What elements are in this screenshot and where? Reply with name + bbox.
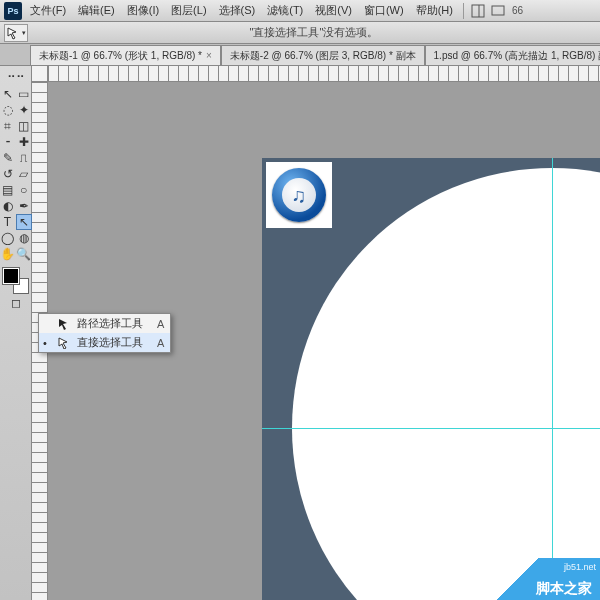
foreground-color-swatch[interactable] — [3, 268, 19, 284]
stamp-tool[interactable]: ⎍ — [16, 150, 32, 166]
flyout-dot: • — [43, 337, 51, 349]
zoom-text: 66 — [512, 5, 523, 16]
guide-horizontal[interactable] — [262, 428, 600, 429]
move-tool[interactable]: ↖ — [0, 86, 16, 102]
document-tab[interactable]: 1.psd @ 66.7% (高光描边 1, RGB/8) 副本 — [425, 45, 600, 65]
itunes-layer: ♫ — [266, 162, 332, 228]
type-tool[interactable]: T — [0, 214, 16, 230]
flyout-item-path-select[interactable]: 路径选择工具 A — [39, 314, 170, 333]
guide-vertical[interactable] — [552, 158, 553, 600]
ruler-horizontal[interactable] — [48, 66, 600, 82]
close-icon[interactable]: × — [206, 50, 212, 61]
menu-filter[interactable]: 滤镜(T) — [263, 1, 307, 20]
menu-layer[interactable]: 图层(L) — [167, 1, 210, 20]
menu-view[interactable]: 视图(V) — [311, 1, 356, 20]
pen-tool[interactable]: ✒ — [16, 198, 32, 214]
flyout-label: 直接选择工具 — [77, 335, 143, 350]
marquee-tool[interactable]: ▭ — [16, 86, 32, 102]
watermark-text: 脚本之家 — [536, 580, 592, 598]
flyout-label: 路径选择工具 — [77, 316, 143, 331]
menu-file[interactable]: 文件(F) — [26, 1, 70, 20]
history-brush-tool[interactable]: ↺ — [0, 166, 16, 182]
screenmode-icon[interactable] — [490, 3, 506, 19]
menu-select[interactable]: 选择(S) — [215, 1, 260, 20]
app-logo: Ps — [4, 2, 22, 20]
svg-rect-0 — [472, 5, 484, 17]
dodge-tool[interactable]: ◐ — [0, 198, 16, 214]
slice-tool[interactable]: ◫ — [16, 118, 32, 134]
options-bar: ▾ "直接选择工具"没有选项。 — [0, 22, 600, 44]
menu-image[interactable]: 图像(I) — [123, 1, 163, 20]
shape-tool[interactable]: ◯ — [0, 230, 16, 246]
document-tab-label: 未标题-2 @ 66.7% (图层 3, RGB/8) * 副本 — [230, 49, 416, 63]
toolbox-handle[interactable]: ⠒⠒ — [1, 68, 31, 86]
music-circle-icon: ♫ — [272, 168, 326, 222]
arrow-white-icon — [57, 336, 71, 350]
flyout-item-direct-select[interactable]: • 直接选择工具 A — [39, 333, 170, 352]
menu-bar: Ps 文件(F) 编辑(E) 图像(I) 图层(L) 选择(S) 滤镜(T) 视… — [0, 0, 600, 22]
hand-tool[interactable]: ✋ — [0, 246, 16, 262]
shape-circle — [292, 168, 600, 600]
eraser-tool[interactable]: ▱ — [16, 166, 32, 182]
lasso-tool[interactable]: ◌ — [0, 102, 16, 118]
artboard: ♫ — [262, 158, 600, 600]
3d-tool[interactable]: ◍ — [16, 230, 32, 246]
current-tool-indicator[interactable]: ▾ — [4, 24, 28, 42]
heal-tool[interactable]: ✚ — [16, 134, 32, 150]
options-message: "直接选择工具"没有选项。 — [32, 25, 596, 40]
separator — [463, 3, 464, 19]
wand-tool[interactable]: ✦ — [16, 102, 32, 118]
toolbox: ⠒⠒ ↖▭ ◌✦ ⌗◫ ⁃✚ ✎⎍ ↺▱ ▤○ ◐✒ T↖ ◯◍ ✋🔍 ◻ — [0, 66, 32, 600]
crop-tool[interactable]: ⌗ — [0, 118, 16, 134]
svg-rect-2 — [492, 6, 504, 15]
arrow-black-icon — [57, 317, 71, 331]
document-tab[interactable]: 未标题-2 @ 66.7% (图层 3, RGB/8) * 副本 — [221, 45, 425, 65]
flyout-shortcut: A — [157, 318, 164, 330]
ruler-corner — [32, 66, 48, 82]
gradient-tool[interactable]: ▤ — [0, 182, 16, 198]
menu-edit[interactable]: 编辑(E) — [74, 1, 119, 20]
document-tab-label: 未标题-1 @ 66.7% (形状 1, RGB/8) * — [39, 49, 202, 63]
document-tab[interactable]: 未标题-1 @ 66.7% (形状 1, RGB/8) * × — [30, 45, 221, 65]
watermark: jb51.net 脚本之家 — [470, 558, 600, 600]
blur-tool[interactable]: ○ — [16, 182, 32, 198]
watermark-url: jb51.net — [564, 562, 596, 572]
layout-icon[interactable] — [470, 3, 486, 19]
eyedropper-tool[interactable]: ⁃ — [0, 134, 16, 150]
path-select-tool[interactable]: ↖ — [16, 214, 32, 230]
tool-flyout: 路径选择工具 A • 直接选择工具 A — [38, 313, 171, 353]
quickmask-toggle[interactable]: ◻ — [1, 294, 31, 312]
flyout-shortcut: A — [157, 337, 164, 349]
dropdown-arrow-icon: ▾ — [22, 29, 26, 37]
music-note-icon: ♫ — [282, 178, 316, 212]
document-tab-bar: 未标题-1 @ 66.7% (形状 1, RGB/8) * × 未标题-2 @ … — [0, 44, 600, 66]
menu-help[interactable]: 帮助(H) — [412, 1, 457, 20]
brush-tool[interactable]: ✎ — [0, 150, 16, 166]
color-swatches[interactable] — [3, 268, 29, 294]
menu-window[interactable]: 窗口(W) — [360, 1, 408, 20]
document-tab-label: 1.psd @ 66.7% (高光描边 1, RGB/8) 副本 — [434, 49, 600, 63]
zoom-tool[interactable]: 🔍 — [16, 246, 32, 262]
